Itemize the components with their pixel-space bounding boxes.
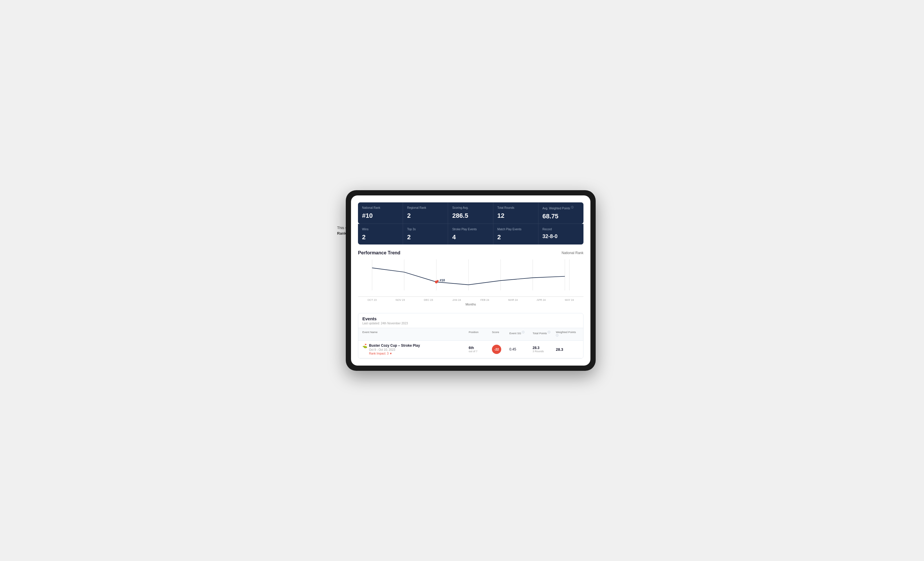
- x-label-feb24: FEB 24: [471, 299, 499, 301]
- tablet-device: National Rank #10 Regional Rank 2 Scorin…: [346, 190, 596, 371]
- x-label-mar24: MAR 24: [499, 299, 527, 301]
- stat-scoring-avg: Scoring Avg. 286.5: [448, 202, 493, 224]
- event-position-sub: out of 7: [469, 350, 492, 353]
- chart-svg: #10: [358, 259, 584, 296]
- event-position: 6th: [469, 346, 492, 350]
- col-event-name: Event Name: [362, 331, 469, 338]
- chart-x-labels: OCT 23 NOV 23 DEC 23 JAN 24 FEB 24 MAR 2…: [358, 297, 584, 301]
- col-event-sg: Event SG ⓘ: [509, 331, 532, 338]
- stat-match-play-events: Match Play Events 2: [494, 224, 538, 244]
- stat-avg-weighted-points: Avg. Weighted Points ⓘ 68.75: [538, 202, 584, 224]
- stats-grid-row2: Wins 2 Top 3s 2 Stroke Play Events 4 Mat…: [358, 224, 584, 244]
- stat-wins: Wins 2: [358, 224, 403, 244]
- event-name: Buster Cozy Cup – Stroke Play: [369, 344, 420, 347]
- event-rank-impact: Rank Impact: 3 ▼: [369, 352, 420, 355]
- event-score-cell: -22: [492, 345, 509, 354]
- events-section: Events Last updated: 24th November 2023 …: [358, 313, 584, 359]
- stats-grid-row1: National Rank #10 Regional Rank 2 Scorin…: [358, 202, 584, 224]
- x-label-apr24: APR 24: [527, 299, 555, 301]
- chart-area: #10: [358, 259, 584, 297]
- performance-trend-section: Performance Trend National Rank: [358, 246, 584, 308]
- event-name-cell: ⛳ Buster Cozy Cup – Stroke Play Oct 9 - …: [362, 344, 469, 355]
- x-label-dec23: DEC 23: [414, 299, 442, 301]
- stat-regional-rank: Regional Rank 2: [403, 202, 448, 224]
- trend-title: Performance Trend: [358, 250, 400, 256]
- stat-total-rounds: Total Rounds 12: [494, 202, 538, 224]
- x-label-jan24: JAN 24: [442, 299, 471, 301]
- events-last-updated: Last updated: 24th November 2023: [362, 322, 579, 325]
- x-label-oct23: OCT 23: [358, 299, 386, 301]
- events-header: Events Last updated: 24th November 2023: [358, 313, 583, 328]
- event-total-points-cell: 28.3 3 Rounds: [532, 346, 556, 353]
- svg-point-11: [437, 280, 439, 282]
- trend-label: National Rank: [562, 251, 584, 255]
- score-badge: -22: [492, 345, 501, 354]
- tablet-screen: National Rank #10 Regional Rank 2 Scorin…: [351, 195, 590, 366]
- stat-stroke-play-events: Stroke Play Events 4: [448, 224, 493, 244]
- event-total-points: 28.3: [532, 346, 556, 350]
- x-label-nov23: NOV 23: [386, 299, 414, 301]
- event-weighted-points-cell: 28.3: [556, 347, 579, 352]
- col-position: Position: [469, 331, 492, 338]
- event-position-cell: 6th out of 7: [469, 346, 492, 353]
- events-table-header: Event Name Position Score Event SG ⓘ Tot…: [358, 328, 583, 341]
- col-score: Score: [492, 331, 509, 338]
- event-row: ⛳ Buster Cozy Cup – Stroke Play Oct 9 - …: [358, 341, 583, 358]
- col-total-points: Total Points ⓘ: [532, 331, 556, 338]
- x-label-may24: MAY 24: [555, 299, 584, 301]
- event-sg-cell: 0.45: [509, 347, 532, 352]
- events-title: Events: [362, 316, 579, 321]
- svg-text:#10: #10: [440, 278, 445, 282]
- col-weighted-points: Weighted Points ⓘ: [556, 331, 579, 338]
- event-total-rounds: 3 Rounds: [532, 350, 556, 353]
- event-date: Oct 9 - Oct 10, 2023: [369, 348, 420, 352]
- screen-content: National Rank #10 Regional Rank 2 Scorin…: [351, 195, 590, 366]
- stat-national-rank: National Rank #10: [358, 202, 403, 224]
- stat-top3s: Top 3s 2: [403, 224, 448, 244]
- trend-header: Performance Trend National Rank: [358, 250, 584, 256]
- stat-record: Record 32-8-0: [538, 224, 584, 244]
- chart-x-axis-title: Months: [358, 302, 584, 306]
- golf-icon: ⛳: [362, 344, 367, 348]
